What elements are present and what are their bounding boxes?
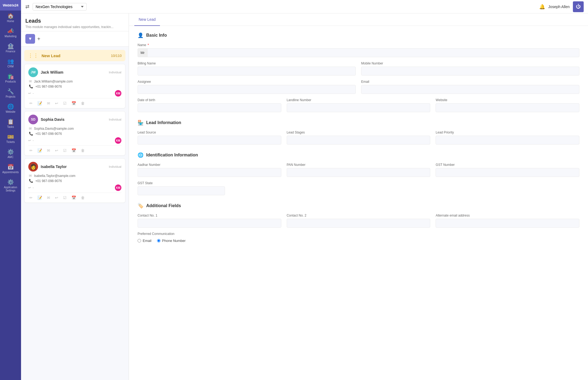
leads-toolbar: ▼ + bbox=[21, 31, 129, 47]
pan-input[interactable] bbox=[287, 168, 430, 177]
check-button[interactable]: ☑ bbox=[62, 101, 68, 106]
avatar: JW bbox=[28, 67, 38, 77]
radio-phone-option[interactable]: Phone Number bbox=[157, 239, 186, 243]
check-button[interactable]: ☑ bbox=[62, 195, 68, 200]
sidebar-item-label: Appointments bbox=[2, 171, 19, 174]
mail-button[interactable]: ✉ bbox=[46, 195, 51, 200]
billing-name-label: Billing Name bbox=[138, 61, 356, 65]
tickets-icon: 🎫 bbox=[7, 134, 14, 139]
contact1-input[interactable] bbox=[138, 219, 281, 228]
phone-icon: 📞 bbox=[29, 179, 33, 183]
sidebar-item-home[interactable]: 🏠 Home bbox=[0, 11, 21, 26]
website-input[interactable] bbox=[436, 103, 579, 112]
sidebar-item-products[interactable]: 🛍️ Products bbox=[0, 71, 21, 86]
calendar-button[interactable]: 📅 bbox=[70, 148, 77, 153]
tab-new-lead[interactable]: New Lead bbox=[134, 13, 160, 26]
sidebar-item-label: Tasks bbox=[7, 125, 14, 129]
priority-input[interactable] bbox=[436, 136, 579, 145]
edit-detail-button[interactable]: 📝 bbox=[36, 148, 43, 153]
sidebar-item-projects[interactable]: 🔧 Projects bbox=[0, 86, 21, 101]
name-row: Name * Mr bbox=[138, 43, 579, 57]
edit-button[interactable]: ✏ bbox=[28, 101, 34, 106]
avatar: 👩 bbox=[28, 162, 38, 172]
history-button[interactable]: ↩ bbox=[54, 148, 59, 153]
email-icon: ✉ bbox=[29, 126, 32, 131]
source-input[interactable] bbox=[138, 136, 281, 145]
contact2-input[interactable] bbox=[287, 219, 430, 228]
sidebar-logo: Webtrix24 bbox=[0, 0, 21, 11]
assignee-email-row: Assignee Email bbox=[138, 80, 579, 94]
sidebar-item-finance[interactable]: 🏦 Finance bbox=[0, 41, 21, 56]
section-lead-info: 🏪 Lead Information Lead Source Lead Stag… bbox=[138, 120, 579, 145]
leads-title: Leads bbox=[25, 18, 124, 24]
power-button[interactable]: ⏻ bbox=[573, 1, 584, 12]
sidebar-item-tasks[interactable]: 📋 Tasks bbox=[0, 116, 21, 131]
sidebar-item-label: Projects bbox=[6, 95, 15, 98]
history-button[interactable]: ↩ bbox=[54, 195, 59, 200]
assignee-input[interactable] bbox=[138, 85, 356, 94]
stages-input[interactable] bbox=[287, 136, 430, 145]
leads-header: Leads This module manages individual sal… bbox=[21, 13, 129, 31]
mobile-input[interactable] bbox=[361, 67, 579, 76]
filter-button[interactable]: ▼ bbox=[25, 34, 35, 44]
lead-phone: +01 987-098-9076 bbox=[35, 179, 62, 183]
sidebar-item-website[interactable]: 🌐 Website bbox=[0, 101, 21, 116]
sidebar-item-tickets[interactable]: 🎫 Tickets bbox=[0, 131, 21, 146]
mail-button[interactable]: ✉ bbox=[46, 101, 51, 106]
mail-button[interactable]: ✉ bbox=[46, 148, 51, 153]
lead-phone: +01 987-098-9076 bbox=[35, 132, 62, 136]
delete-button[interactable]: 🗑 bbox=[80, 101, 86, 106]
edit-button[interactable]: ✏ bbox=[28, 148, 34, 153]
delete-button[interactable]: 🗑 bbox=[80, 148, 86, 153]
landline-input[interactable] bbox=[287, 103, 430, 112]
aadhar-input[interactable] bbox=[138, 168, 281, 177]
lead-meta: ↩ - KM bbox=[28, 184, 121, 191]
radio-email-option[interactable]: Email bbox=[138, 239, 152, 243]
radio-group: Email Phone Number bbox=[138, 239, 579, 243]
home-icon: 🏠 bbox=[7, 13, 14, 19]
edit-detail-button[interactable]: 📝 bbox=[36, 101, 43, 106]
edit-button[interactable]: ✏ bbox=[28, 195, 34, 200]
gst-state-input[interactable] bbox=[138, 186, 225, 195]
gst-input[interactable] bbox=[436, 168, 579, 177]
add-button[interactable]: + bbox=[37, 36, 40, 42]
delete-button[interactable]: 🗑 bbox=[80, 195, 86, 200]
sidebar-item-crm[interactable]: 👥 CRM bbox=[0, 56, 21, 71]
swap-icon[interactable]: ⇄ bbox=[25, 4, 29, 10]
radio-phone-input[interactable] bbox=[157, 239, 160, 242]
radio-email-input[interactable] bbox=[138, 239, 141, 242]
billing-name-input[interactable] bbox=[138, 67, 356, 76]
sidebar-item-amc[interactable]: ⚙️ AMC bbox=[0, 146, 21, 162]
calendar-button[interactable]: 📅 bbox=[70, 101, 77, 106]
lead-email-row: ✉ Jack.William@sample.com bbox=[28, 79, 121, 83]
projects-icon: 🔧 bbox=[7, 89, 14, 94]
aadhar-label: Aadhar Number bbox=[138, 163, 281, 167]
history-icon: ↩ bbox=[28, 186, 31, 190]
company-selector[interactable]: NexGen Technologies bbox=[33, 3, 87, 11]
email-input[interactable] bbox=[361, 85, 579, 94]
bell-icon[interactable]: 🔔 bbox=[539, 4, 545, 10]
name-input[interactable] bbox=[148, 49, 579, 57]
sidebar-item-app-settings[interactable]: ⚙️ Application Settings bbox=[0, 177, 21, 195]
sidebar-item-marketing[interactable]: 📣 Marketing bbox=[0, 26, 21, 41]
dob-landline-row: Date of birth Landline Number Website bbox=[138, 98, 579, 112]
section-basic-info: 👤 Basic Info Name * Mr bbox=[138, 32, 579, 112]
sidebar-item-label: Tickets bbox=[6, 141, 15, 144]
lead-phone-row: 📞 +01 987-098-9076 bbox=[28, 132, 121, 136]
sidebar-item-label: Products bbox=[5, 80, 16, 83]
history-button[interactable]: ↩ bbox=[54, 101, 59, 106]
check-button[interactable]: ☑ bbox=[62, 148, 68, 153]
edit-detail-button[interactable]: 📝 bbox=[36, 195, 43, 200]
dob-input[interactable] bbox=[138, 103, 281, 112]
alt-email-input[interactable] bbox=[436, 219, 579, 228]
sidebar-item-label: Website bbox=[6, 110, 15, 114]
sidebar-item-appointments[interactable]: 📅 Appointments bbox=[0, 162, 21, 177]
lead-name: Jack William bbox=[41, 70, 106, 74]
section-header: 👤 Basic Info bbox=[138, 32, 579, 38]
calendar-button[interactable]: 📅 bbox=[70, 195, 77, 200]
email-label: Email bbox=[361, 80, 579, 84]
lead-phone-row: 📞 +01 987-098-9076 bbox=[28, 179, 121, 183]
tasks-icon: 📋 bbox=[7, 119, 14, 124]
person-icon: 👤 bbox=[138, 32, 143, 38]
billing-name-group: Billing Name bbox=[138, 61, 356, 76]
